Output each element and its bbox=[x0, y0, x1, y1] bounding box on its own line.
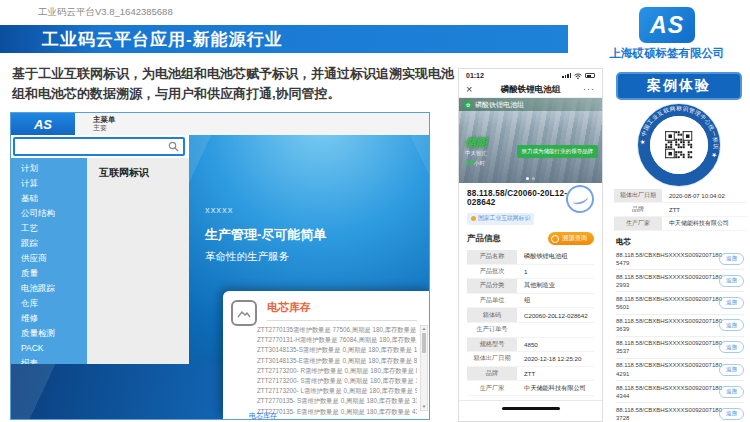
medal-icon bbox=[471, 216, 476, 221]
qr-emblem: ★ 中国工业互联网标识管理中心统一标识 ★ bbox=[637, 103, 721, 187]
cell-code: 88.118.58/CBXBHSXXXXS0092007180 3537 bbox=[616, 339, 712, 355]
carousel-dots[interactable] bbox=[459, 177, 602, 180]
photo-overlay-line2: 24小时 bbox=[465, 158, 485, 167]
case-panel: 案例体验 ★ 中国工业互联网标识管理中心统一标识 ★ 箱体出厂日期 2020-0… bbox=[608, 68, 750, 422]
scroll-down-icon[interactable]: ▼ bbox=[421, 404, 427, 410]
photo-badge-label: 磷酸铁锂电池组 bbox=[475, 100, 524, 110]
table-row: 生产订单号 bbox=[467, 323, 594, 338]
app-menubar: 主菜单 主要 bbox=[75, 113, 429, 135]
trace-pill-button[interactable]: 追溯 bbox=[719, 386, 744, 398]
status-time: 01:12 bbox=[466, 72, 484, 79]
case-experience-button[interactable]: 案例体验 bbox=[616, 72, 742, 100]
field-label: 生产订单号 bbox=[467, 323, 517, 337]
trace-query-button[interactable]: 溯源查询 bbox=[548, 232, 594, 245]
field-value: 中天储能科技有限公司 bbox=[517, 381, 594, 395]
hero-block: XXXXX 生产管理-尽可能简单 革命性的生产服务 bbox=[205, 207, 326, 264]
cell-code: 88.118.58/CBXBHSXXXXS0092007180 5479 bbox=[616, 251, 712, 267]
table-row: 产品单位 组 bbox=[467, 294, 594, 309]
cert-stamp-icon bbox=[562, 181, 597, 216]
sidebar-item[interactable]: 公司结构 bbox=[11, 206, 87, 221]
sidebar-item[interactable]: 工艺 bbox=[11, 221, 87, 236]
slogan-button[interactable]: 致力成为储能行业的领导品牌 bbox=[517, 145, 599, 158]
table-row: 箱体出厂日期 2020-08-07 10:04:02 bbox=[614, 189, 746, 203]
sidebar-item[interactable]: 基础 bbox=[11, 191, 87, 206]
sidebar-item[interactable]: 计划 bbox=[11, 161, 87, 176]
field-label: 产品单位 bbox=[467, 294, 517, 308]
slide-canvas: 工业码云平台V3.8_1642385688 工业码云平台应用-新能源行业 AS … bbox=[0, 0, 750, 422]
sidebar-item[interactable]: 供应商 bbox=[11, 251, 87, 266]
sidebar-item[interactable]: 跟踪 bbox=[11, 236, 87, 251]
field-value bbox=[517, 323, 594, 337]
sidebar-item[interactable]: 计算 bbox=[11, 176, 87, 191]
more-icon[interactable]: ··· bbox=[583, 82, 595, 96]
list-item: 88.118.58/CBXBHSXXXXS0092007180 4344 追溯 bbox=[616, 381, 744, 403]
company-logo: AS bbox=[639, 7, 695, 43]
list-item: 88.118.58/CBXBHSXXXXS0092007180 2993 追溯 bbox=[616, 270, 744, 292]
trace-pill-button[interactable]: 追溯 bbox=[719, 408, 744, 420]
trace-pill-button[interactable]: 追溯 bbox=[719, 364, 744, 376]
popup-scrollbar[interactable]: ▲ ▼ bbox=[420, 325, 428, 411]
brand-block: AS 上海砹硕标签有限公司 bbox=[592, 7, 742, 61]
ring-icon bbox=[551, 235, 559, 243]
trace-pill-button[interactable]: 追溯 bbox=[719, 319, 744, 331]
sidebar-item[interactable]: 质量检测 bbox=[11, 326, 87, 341]
trace-pill-button[interactable]: 追溯 bbox=[719, 275, 744, 287]
inventory-row: ZTT2770135- E需维护数量是 0,周期是 180,库存数量是 4338… bbox=[257, 407, 417, 417]
sidebar-item[interactable]: 维修 bbox=[11, 311, 87, 326]
table-row: 产品分类 其他制造业 bbox=[467, 279, 594, 294]
leaf-icon: ✿ bbox=[464, 101, 472, 109]
field-value: 其他制造业 bbox=[517, 279, 594, 293]
table-row: 规格型号 4850 bbox=[467, 338, 594, 353]
trace-query-label: 溯源查询 bbox=[562, 234, 587, 243]
sidebar-item[interactable]: 质量 bbox=[11, 266, 87, 281]
field-value: 4850 bbox=[517, 338, 594, 352]
cell-code: 88.118.58/CBXBHSXXXXS0092007180 3639 bbox=[616, 317, 712, 333]
field-value: 2020-12-18 12:25:20 bbox=[517, 352, 594, 366]
search-input[interactable] bbox=[15, 138, 168, 155]
divider bbox=[459, 400, 602, 401]
search-icon[interactable] bbox=[168, 141, 179, 152]
field-label: 箱体出厂日期 bbox=[614, 189, 662, 202]
sidebar-item[interactable]: PACK bbox=[11, 341, 87, 356]
sidebar-item[interactable]: 电池跟踪 bbox=[11, 281, 87, 296]
inventory-row: ZTT2770131-H需维护数量是 76084,周期是 180,库存数量是 2… bbox=[257, 335, 417, 345]
inventory-row: ZTT27173200- S需维护数量是 0,周期是 180,库存数量是 193… bbox=[257, 376, 417, 386]
wifi-icon bbox=[574, 73, 582, 79]
table-row: 箱体码 C20060-20L12-028642 bbox=[467, 308, 594, 323]
field-label: 产品批次 bbox=[467, 265, 517, 279]
field-label: 生产厂家 bbox=[614, 217, 662, 230]
popup-title: 电芯库存 bbox=[267, 298, 417, 321]
table-row: 品牌 ZTT bbox=[467, 367, 594, 382]
inventory-rows: ZTT2770135需维护数量是 77506,周期是 180,库存数量是 135… bbox=[257, 325, 417, 419]
home-indicator[interactable] bbox=[502, 407, 560, 411]
cells-section-title: 电芯 bbox=[616, 237, 750, 247]
app-header: AS 主菜单 主要 bbox=[11, 113, 429, 135]
popup-footer-link[interactable]: 电芯库存 bbox=[249, 411, 277, 419]
sidebar-item[interactable]: 仓库 bbox=[11, 296, 87, 311]
submenu-item-internet-id[interactable]: 互联网标识 bbox=[87, 158, 189, 180]
search-bar[interactable] bbox=[13, 137, 185, 156]
field-label: 产品分类 bbox=[467, 279, 517, 293]
field-label: 生产厂家 bbox=[467, 381, 517, 395]
field-label: 箱体码 bbox=[467, 308, 517, 322]
trace-pill-button[interactable]: 追溯 bbox=[719, 297, 744, 309]
watermark-text: 工业码云平台V3.8_1642385688 bbox=[38, 6, 173, 19]
field-label: 品牌 bbox=[614, 203, 662, 216]
trace-pill-button[interactable]: 追溯 bbox=[719, 341, 744, 353]
scroll-up-icon[interactable]: ▲ bbox=[421, 326, 427, 332]
list-item: 88.118.58/CBXBHSXXXXS0092007180 3537 追溯 bbox=[616, 337, 744, 359]
menu-title[interactable]: 主菜单 bbox=[93, 115, 429, 124]
close-icon[interactable]: × bbox=[466, 82, 472, 97]
field-label: 品牌 bbox=[467, 367, 517, 381]
scrollbar-thumb[interactable] bbox=[422, 333, 426, 353]
menu-subtitle[interactable]: 主要 bbox=[93, 124, 429, 132]
status-icons bbox=[562, 73, 595, 79]
identity-code-block: 88.118.58/C20060-20L12-028642 国家工业互联网标识 bbox=[459, 183, 602, 225]
field-value: 1 bbox=[517, 265, 594, 279]
inventory-row: ZTT2770135- S需维护数量是 0,周期是 180,库存数量是 3188… bbox=[257, 396, 417, 406]
identity-tag: 国家工业互联网标识 bbox=[467, 213, 534, 225]
nav-title: 磷酸铁锂电池组 bbox=[459, 82, 602, 97]
trace-pill-button[interactable]: 追溯 bbox=[719, 253, 744, 265]
cell-code: 88.118.58/CBXBHSXXXXS0092007180 2993 bbox=[616, 273, 712, 289]
image-icon bbox=[231, 300, 257, 326]
